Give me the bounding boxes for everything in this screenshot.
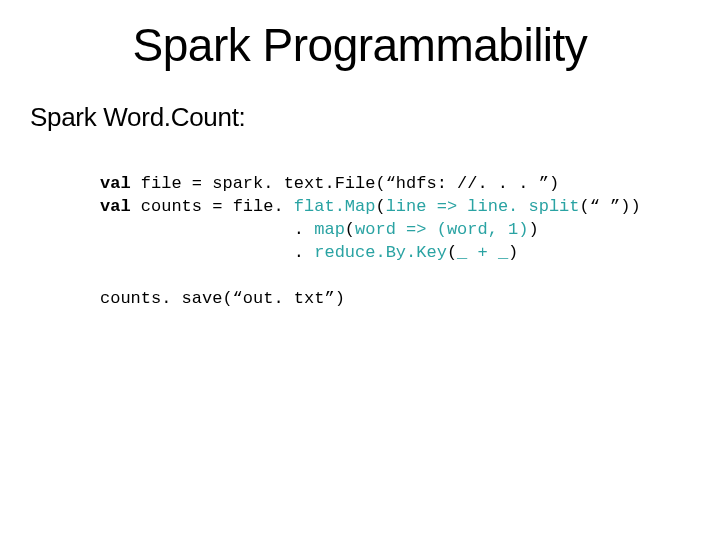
keyword-val: val	[100, 197, 131, 216]
code-text: )	[508, 243, 518, 262]
code-text: counts = file.	[131, 197, 294, 216]
slide-subtitle: Spark Word.Count:	[30, 102, 720, 133]
slide-title: Spark Programmability	[0, 18, 720, 72]
code-text: (	[447, 243, 457, 262]
code-text: (	[345, 220, 355, 239]
lambda-arg: word => (word, 1)	[355, 220, 528, 239]
code-indent: .	[100, 243, 314, 262]
code-block: val file = spark. text.File(“hdfs: //. .…	[100, 173, 720, 311]
method-reducebykey: reduce.By.Key	[314, 243, 447, 262]
code-text: (	[375, 197, 385, 216]
keyword-val: val	[100, 174, 131, 193]
method-flatmap: flat.Map	[294, 197, 376, 216]
code-text: file = spark. text.File(“hdfs: //. . . ”…	[131, 174, 559, 193]
code-indent: .	[100, 220, 314, 239]
lambda-arg: _ + _	[457, 243, 508, 262]
method-map: map	[314, 220, 345, 239]
code-text: counts. save(“out. txt”)	[100, 289, 345, 308]
code-text: )	[529, 220, 539, 239]
code-text: (“ ”))	[580, 197, 641, 216]
lambda-arg: line => line. split	[386, 197, 580, 216]
